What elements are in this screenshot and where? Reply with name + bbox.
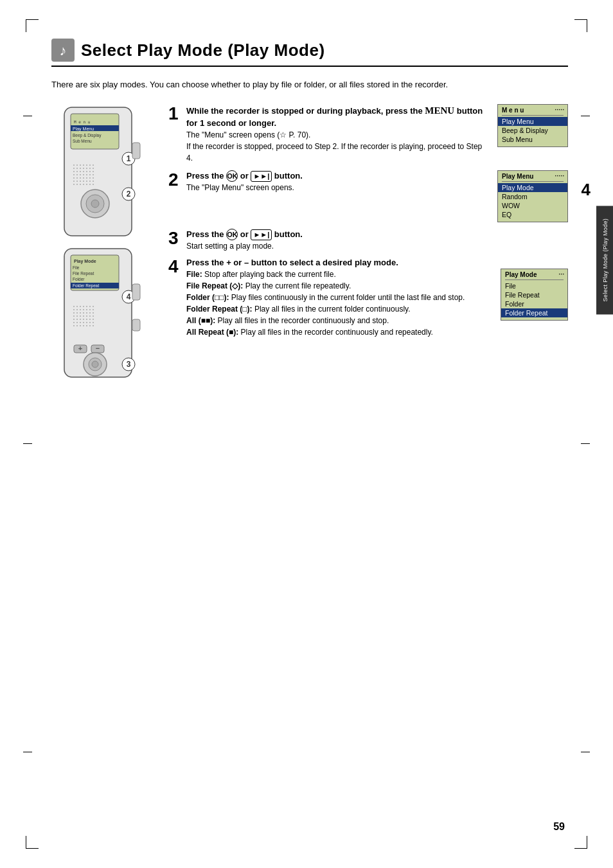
svg-point-116 — [73, 325, 75, 326]
play-menu-screen-title: Play Menu · · · · · — [502, 173, 564, 182]
svg-point-76 — [80, 306, 81, 307]
svg-point-43 — [93, 177, 94, 179]
svg-point-74 — [73, 306, 75, 307]
step-3-text: Press the OK or ►►| button. Start settin… — [184, 229, 568, 252]
svg-text:Sub Menu: Sub Menu — [73, 139, 92, 143]
page-number: 59 — [553, 821, 565, 833]
svg-point-96 — [76, 315, 78, 317]
svg-point-33 — [83, 174, 84, 175]
svg-point-99 — [86, 315, 87, 317]
svg-text:Beep & Display: Beep & Display — [73, 133, 102, 138]
svg-point-109 — [73, 322, 75, 323]
svg-point-39 — [80, 177, 81, 179]
svg-point-45 — [76, 181, 78, 182]
step-4-text: Press the + or – button to select a desi… — [184, 257, 568, 338]
svg-point-104 — [80, 319, 81, 320]
play-mode-screen: Play Mode · · · File File Repeat Folder … — [501, 269, 568, 321]
svg-rect-135 — [132, 319, 140, 331]
svg-point-10 — [76, 164, 78, 166]
svg-point-37 — [73, 177, 75, 179]
step-4-folder: Folder (□□): Play files continuously in … — [186, 292, 494, 303]
svg-point-60 — [91, 200, 99, 208]
svg-point-31 — [76, 174, 78, 175]
svg-point-77 — [83, 306, 84, 307]
svg-point-84 — [83, 309, 84, 310]
svg-point-110 — [76, 322, 78, 323]
svg-text:M e n u: M e n u — [74, 120, 91, 124]
svg-point-103 — [76, 319, 78, 320]
intro-text: There are six play modes. You can choose… — [51, 78, 568, 91]
svg-point-44 — [73, 181, 75, 182]
svg-point-25 — [80, 171, 81, 172]
svg-point-17 — [76, 168, 78, 169]
pm-item-folder: Folder — [505, 299, 564, 308]
svg-point-36 — [93, 174, 94, 175]
svg-rect-65 — [132, 143, 140, 159]
svg-point-80 — [93, 306, 94, 307]
svg-point-14 — [89, 164, 91, 166]
menu-keyword: MENU — [425, 105, 454, 116]
svg-point-53 — [80, 184, 81, 185]
svg-point-50 — [93, 181, 94, 182]
svg-text:3: 3 — [127, 360, 131, 369]
svg-point-119 — [83, 325, 84, 326]
svg-point-79 — [89, 306, 91, 307]
device-top-image: M e n u Play Menu Beep & Display Sub Men… — [51, 104, 151, 245]
svg-point-108 — [93, 319, 94, 320]
svg-point-30 — [73, 174, 75, 175]
svg-point-94 — [93, 312, 94, 314]
svg-point-49 — [89, 181, 91, 182]
step-3-block: 3 Press the OK or ►►| button. Start sett… — [168, 229, 568, 252]
svg-point-93 — [89, 312, 91, 314]
svg-point-15 — [93, 164, 94, 166]
svg-point-102 — [73, 319, 75, 320]
svg-point-57 — [93, 184, 94, 185]
svg-point-32 — [80, 174, 81, 175]
svg-point-18 — [80, 168, 81, 169]
corner-mark-bl — [26, 836, 39, 849]
menu-item-beep-display: Beep & Display — [502, 126, 564, 135]
pm-item-file-repeat: File Repeat — [505, 290, 564, 299]
step-3-title: Press the OK or ►►| button. — [186, 229, 568, 240]
svg-point-42 — [89, 177, 91, 179]
page-container: ♪ Select Play Mode (Play Mode) There are… — [0, 0, 613, 868]
step-3-number: 3 — [168, 229, 184, 249]
svg-point-81 — [73, 309, 75, 310]
side-tab: Select Play Mode (Play Mode) — [596, 206, 613, 314]
step-3-body: Start setting a play mode. — [186, 240, 568, 252]
svg-text:−: − — [96, 344, 100, 352]
svg-point-95 — [73, 315, 75, 317]
svg-point-35 — [89, 174, 91, 175]
svg-point-98 — [83, 315, 84, 317]
svg-point-105 — [83, 319, 84, 320]
step-1-title: While the recorder is stopped or during … — [186, 104, 490, 129]
svg-point-54 — [83, 184, 84, 185]
margin-mark — [23, 443, 32, 444]
step-4-file: File: Stop after playing back the curren… — [186, 269, 494, 280]
play-mode-screen-title: Play Mode · · · — [505, 271, 564, 280]
step-4-title: Press the + or – button to select a desi… — [186, 257, 568, 269]
svg-text:Play Mode: Play Mode — [74, 259, 96, 264]
play-menu-screen: Play Menu · · · · · Play Mode Random WOW… — [497, 170, 568, 222]
svg-point-100 — [89, 315, 91, 317]
svg-point-121 — [89, 325, 91, 326]
music-icon: ♪ — [51, 39, 75, 62]
svg-point-41 — [86, 177, 87, 179]
svg-point-48 — [86, 181, 87, 182]
step-4-body: File: Stop after playing back the curren… — [186, 269, 494, 338]
device-bottom-image: Play Mode File File Repeat Folder Folder… — [51, 245, 151, 387]
steps-lower: 3 Press the OK or ►►| button. Start sett… — [168, 229, 568, 338]
step-1-block: 1 While the recorder is stopped or durin… — [168, 104, 568, 164]
svg-point-27 — [86, 171, 87, 172]
svg-point-118 — [80, 325, 81, 326]
svg-point-21 — [89, 168, 91, 169]
main-content: M e n u Play Menu Beep & Display Sub Men… — [51, 104, 568, 387]
margin-mark — [581, 752, 590, 752]
margin-mark — [23, 752, 32, 752]
svg-point-89 — [76, 312, 78, 314]
forward-button-symbol: ►►| — [251, 171, 272, 182]
svg-point-26 — [83, 171, 84, 172]
step-2-body: The "Play Menu" screen opens. — [186, 182, 490, 193]
svg-point-97 — [80, 315, 81, 317]
svg-point-23 — [73, 171, 75, 172]
